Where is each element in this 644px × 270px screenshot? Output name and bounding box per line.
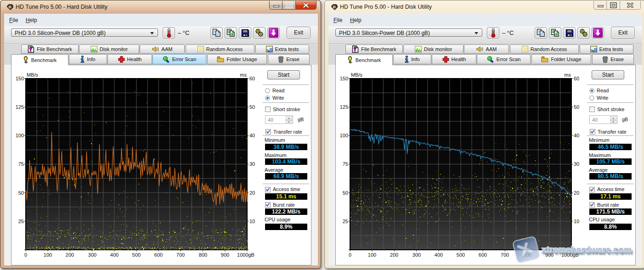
- svg-text:MB/s: MB/s: [351, 72, 363, 78]
- svg-text:125: 125: [340, 104, 348, 110]
- svg-text:60: 60: [574, 76, 579, 81]
- svg-text:150: 150: [340, 76, 348, 81]
- svg-text:75: 75: [343, 161, 348, 167]
- svg-text:MB/s: MB/s: [27, 72, 39, 78]
- svg-text:300: 300: [88, 252, 96, 258]
- svg-text:900: 900: [221, 252, 229, 258]
- svg-text:ms: ms: [240, 72, 247, 78]
- svg-text:40: 40: [574, 133, 579, 138]
- svg-text:50: 50: [574, 104, 579, 110]
- svg-text:200: 200: [66, 252, 74, 258]
- svg-text:20: 20: [574, 190, 579, 196]
- svg-text:10: 10: [249, 219, 255, 224]
- svg-text:150: 150: [16, 76, 24, 81]
- svg-text:100: 100: [44, 252, 52, 258]
- svg-text:800: 800: [199, 252, 207, 258]
- svg-text:60: 60: [249, 76, 255, 81]
- svg-text:400: 400: [110, 252, 119, 258]
- svg-text:1000gB: 1000gB: [237, 252, 254, 258]
- svg-text:200: 200: [390, 252, 398, 258]
- svg-text:10: 10: [574, 219, 579, 224]
- svg-text:500: 500: [132, 252, 141, 258]
- svg-text:500: 500: [457, 252, 465, 258]
- svg-text:100: 100: [368, 252, 376, 258]
- svg-text:40: 40: [249, 133, 255, 138]
- svg-text:100: 100: [16, 133, 24, 138]
- svg-text:300: 300: [412, 252, 421, 258]
- svg-text:100: 100: [340, 133, 348, 138]
- svg-text:75: 75: [18, 161, 24, 167]
- svg-text:30: 30: [249, 161, 255, 167]
- svg-text:30: 30: [574, 161, 579, 167]
- svg-text:700: 700: [176, 252, 185, 258]
- svg-text:20: 20: [249, 190, 255, 196]
- svg-text:50: 50: [249, 104, 255, 110]
- svg-text:0: 0: [24, 252, 27, 258]
- svg-text:50: 50: [18, 190, 24, 196]
- svg-text:400: 400: [435, 252, 443, 258]
- svg-text:25: 25: [343, 219, 348, 224]
- svg-text:50: 50: [343, 190, 348, 196]
- svg-text:0: 0: [349, 252, 351, 258]
- svg-text:600: 600: [154, 252, 163, 258]
- svg-text:600: 600: [479, 252, 487, 258]
- svg-text:ms: ms: [564, 72, 571, 78]
- svg-text:700: 700: [501, 252, 509, 258]
- svg-text:25: 25: [18, 219, 24, 224]
- svg-text:125: 125: [16, 104, 24, 110]
